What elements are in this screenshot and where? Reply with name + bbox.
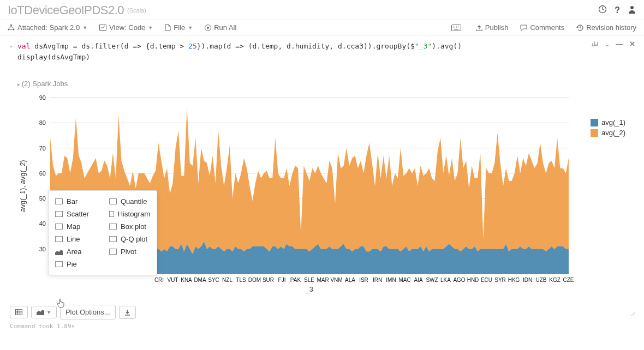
svg-text:DMA: DMA (194, 277, 206, 283)
keyboard-icon[interactable] (451, 23, 464, 32)
command-duration: Command took 1.89s (0, 322, 644, 333)
attached-label: Attached: Spark 2.0 (17, 23, 80, 32)
svg-text:IRN: IRN (373, 277, 382, 283)
publish-button[interactable]: Publish (476, 23, 509, 32)
svg-text:SUR: SUR (263, 277, 274, 283)
svg-text:SYC: SYC (208, 277, 219, 283)
view-label: View: Code (109, 23, 145, 32)
svg-text:VNM: VNM (330, 277, 342, 283)
chart-type-bar[interactable]: Bar (49, 195, 103, 208)
svg-text:80: 80 (39, 119, 46, 126)
chart-type-line[interactable]: Line (49, 233, 103, 245)
svg-text:IMN: IMN (386, 277, 396, 283)
svg-text:LKA: LKA (440, 277, 451, 283)
svg-text:TLS: TLS (236, 277, 246, 283)
table-view-button[interactable] (10, 306, 28, 318)
chart-type-button[interactable]: ▼ (31, 306, 57, 318)
spark-jobs-toggle[interactable]: (2) Spark Jobs (17, 80, 634, 88)
download-button[interactable] (119, 306, 136, 319)
svg-text:KGZ: KGZ (549, 277, 560, 283)
cell-bottom-toolbar: ▼ Plot Options... (0, 301, 644, 322)
comments-button[interactable]: Comments (520, 23, 564, 32)
revision-history-button[interactable]: Revision history (576, 23, 636, 32)
svg-point-2 (10, 25, 12, 26)
svg-rect-55 (16, 310, 22, 315)
svg-text:KNA: KNA (181, 277, 192, 283)
svg-text:AIA: AIA (414, 277, 422, 283)
resize-handle-icon[interactable] (629, 310, 635, 318)
svg-text:HND: HND (467, 277, 479, 283)
svg-text:SLE: SLE (304, 277, 314, 283)
notebook-lang: (Scala) (127, 7, 146, 14)
svg-text:ECU: ECU (481, 277, 492, 283)
svg-text:MAC: MAC (398, 277, 410, 283)
svg-text:AGO: AGO (453, 277, 465, 283)
svg-text:_3: _3 (305, 286, 313, 293)
user-icon[interactable] (628, 5, 636, 16)
run-all-label: Run All (214, 23, 236, 32)
chart-type-box-plot[interactable]: Box plot (103, 220, 157, 233)
svg-text:SWZ: SWZ (426, 277, 438, 283)
svg-text:50: 50 (39, 195, 46, 202)
chart-type-popup: BarScatterMapLineAreaPie QuantileHistogr… (48, 190, 157, 275)
svg-point-3 (8, 29, 10, 31)
chart-type-quantile[interactable]: Quantile (103, 195, 157, 208)
svg-point-1 (630, 6, 634, 9)
svg-text:UZB: UZB (536, 277, 547, 283)
svg-text:CRI: CRI (154, 277, 164, 283)
svg-text:CZE: CZE (563, 277, 574, 283)
svg-text:NZL: NZL (222, 277, 232, 283)
svg-text:HKG: HKG (508, 277, 520, 283)
chart-type-area[interactable]: Area (49, 245, 103, 258)
legend-item-1[interactable]: avg(_1) (591, 118, 625, 126)
notebook-header: IoTDeviceGeoIPDS2.0 (Scala) ? (0, 0, 644, 20)
notebook-cell: ⌄ — ✕ val dsAvgTmp = ds.filter(d => {d.t… (0, 35, 644, 301)
svg-text:ALA: ALA (345, 277, 355, 283)
svg-text:ISR: ISR (359, 277, 368, 283)
svg-text:30: 30 (39, 246, 46, 252)
notebook-toolbar: Attached: Spark 2.0▼ View: Code▼ File▼ R… (0, 20, 644, 35)
chart-type-q-q-plot[interactable]: Q-Q plot (103, 233, 157, 245)
svg-text:90: 90 (39, 94, 46, 101)
help-icon[interactable]: ? (615, 5, 620, 15)
svg-text:60: 60 (39, 170, 46, 177)
file-menu[interactable]: File▼ (165, 23, 193, 32)
svg-text:DOM: DOM (248, 277, 261, 283)
svg-text:40: 40 (39, 220, 46, 227)
svg-text:70: 70 (39, 145, 46, 152)
code-editor[interactable]: val dsAvgTmp = ds.filter(d => {d.temp > … (10, 41, 634, 62)
plot-options-button[interactable]: Plot Options... (60, 305, 116, 319)
chart-container: 30405060708090CRIVUTKNADMASYCNZLTLSDOMSU… (10, 92, 634, 299)
svg-text:SYR: SYR (494, 277, 506, 283)
svg-text:FJI: FJI (278, 277, 286, 283)
chart-type-pie[interactable]: Pie (49, 258, 103, 270)
run-all-button[interactable]: Run All (205, 23, 236, 32)
chart-legend: avg(_1) avg(_2) (591, 118, 625, 139)
chart-type-histogram[interactable]: Histogram (103, 208, 157, 220)
svg-text:avg(_1), avg(_2): avg(_1), avg(_2) (19, 160, 27, 212)
schedule-icon[interactable] (598, 5, 607, 16)
legend-item-2[interactable]: avg(_2) (591, 129, 625, 137)
svg-text:VUT: VUT (168, 277, 178, 283)
svg-text:IDN: IDN (523, 277, 532, 283)
revision-label: Revision history (586, 23, 636, 32)
attached-cluster-menu[interactable]: Attached: Spark 2.0▼ (8, 23, 87, 32)
file-label: File (174, 23, 185, 32)
svg-point-4 (13, 29, 15, 31)
svg-text:PAK: PAK (290, 277, 301, 283)
chart-type-scatter[interactable]: Scatter (49, 208, 103, 220)
svg-text:MAR: MAR (317, 277, 329, 283)
notebook-title[interactable]: IoTDeviceGeoIPDS2.0 (8, 3, 124, 17)
chart-type-map[interactable]: Map (49, 220, 103, 233)
view-menu[interactable]: View: Code▼ (99, 23, 153, 32)
publish-label: Publish (485, 23, 509, 32)
chart-type-pivot[interactable]: Pivot (103, 245, 157, 258)
comments-label: Comments (530, 23, 564, 32)
